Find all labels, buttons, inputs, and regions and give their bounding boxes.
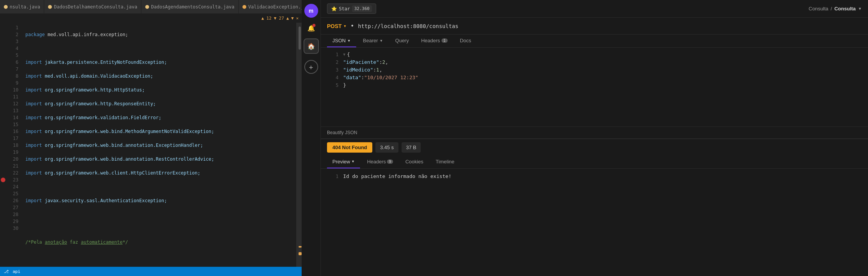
- response-tabs: Preview ▼ Headers 9 Cookies Timeline: [321, 156, 868, 169]
- code-line-6: import org.springframework.http.Response…: [25, 100, 293, 107]
- req-tab-headers[interactable]: Headers 1: [416, 35, 453, 47]
- json-editor[interactable]: 1 ▼ { 2 "idPaciente" : 2 , 3: [321, 48, 868, 126]
- code-line-1: package med.voll.api.infra.exception;: [25, 31, 293, 38]
- toolbar-close[interactable]: ✕: [296, 16, 299, 21]
- json-line-5: 5 }: [327, 81, 862, 89]
- code-line-5: import org.springframework.http.HttpStat…: [25, 86, 293, 93]
- preview-dropdown-arrow: ▼: [351, 160, 355, 163]
- json-dropdown-arrow: ▼: [347, 39, 351, 43]
- tab-icon-validacao: [242, 5, 246, 9]
- code-line-18: @RestControllerAdvice: [25, 266, 293, 267]
- code-line-13: import javax.security.sasl.Authenticatio…: [25, 197, 293, 204]
- notification-dot: [312, 24, 315, 27]
- bp-line-23: [0, 176, 6, 183]
- resp-tab-preview[interactable]: Preview ▼: [327, 156, 360, 168]
- status-404-badge: 404 Not Found: [327, 142, 372, 153]
- response-size: 37 B: [402, 142, 421, 153]
- method-dropdown-arrow: ▼: [343, 24, 347, 28]
- response-section: Preview ▼ Headers 9 Cookies Timeline: [321, 156, 868, 276]
- api-content: ⭐ Star 32.360 Consulta / Consulta ▼: [321, 0, 868, 276]
- add-button[interactable]: +: [304, 60, 318, 74]
- code-area: 12345 678910 1112131415 1617181920 21222…: [0, 23, 302, 267]
- code-line-14: [25, 211, 293, 218]
- api-header-right: Consulta / Consulta ▼: [809, 6, 862, 12]
- method-badge[interactable]: POST ▼: [327, 23, 347, 29]
- code-line-15: [25, 225, 293, 232]
- response-status-bar: 404 Not Found 3.45 s 37 B: [321, 139, 868, 156]
- tab-dados-agendamentos[interactable]: DadosAgendamentosConsulta.java: [141, 0, 239, 13]
- api-layout: m 🔔 🏠 + ⭐ Star 32.360: [302, 0, 868, 276]
- resp-tab-timeline[interactable]: Timeline: [430, 156, 460, 168]
- tab-dados-detalhamento[interactable]: DadosDetalhamentoConsulta.java: [44, 0, 141, 13]
- api-header: ⭐ Star 32.360 Consulta / Consulta ▼: [321, 0, 868, 18]
- code-line-16: /*Pela anotação faz automaticamente*/: [25, 239, 293, 246]
- tab-validacao[interactable]: ValidacaoException.java: [239, 0, 302, 13]
- breakpoint-indicator: [0, 23, 6, 267]
- code-line-17: [25, 253, 293, 259]
- req-tab-query[interactable]: Query: [390, 35, 414, 47]
- toolbar-arrow-down[interactable]: ▼: [291, 16, 294, 21]
- beautify-button[interactable]: Beautify JSON: [327, 130, 357, 135]
- resp-tab-cookies[interactable]: Cookies: [400, 156, 429, 168]
- line-numbers: 12345 678910 1112131415 1617181920 21222…: [6, 23, 22, 267]
- url-display: •: [350, 22, 354, 30]
- request-url[interactable]: http://localhost:8080/consultas: [358, 23, 458, 29]
- resp-headers-badge: 9: [387, 160, 393, 164]
- json-line-3: 3 "idMedico" : 1 ,: [327, 66, 862, 74]
- req-tab-json[interactable]: JSON ▼: [327, 35, 356, 47]
- request-response-area: POST ▼ • http://localhost:8080/consultas…: [321, 18, 868, 276]
- add-icon: +: [309, 63, 313, 71]
- collapse-arrow[interactable]: ▼: [343, 51, 345, 58]
- response-body: 1 Id do paciente informado não existe!: [321, 169, 868, 276]
- tab-nsulta[interactable]: nsulta.java: [0, 0, 44, 13]
- breadcrumb-dropdown-arrow[interactable]: ▼: [858, 7, 862, 11]
- json-line-4: 4 "data" : "10/10/2027 12:23": [327, 74, 862, 81]
- editor-panel: nsulta.java DadosDetalhamentoConsulta.ja…: [0, 0, 302, 276]
- breadcrumb-separator: /: [831, 6, 832, 12]
- code-line-11: import org.springframework.web.client.Ht…: [25, 170, 293, 176]
- tab-icon-dados-age: [145, 5, 149, 9]
- status-bar-bottom: ⎇ api: [0, 267, 302, 276]
- code-content[interactable]: package med.voll.api.infra.exception; im…: [22, 23, 296, 267]
- toolbar-arrow-up[interactable]: ▲: [286, 16, 289, 21]
- branch-icon: ⎇: [4, 269, 9, 274]
- editor-scrolltrack[interactable]: [296, 23, 302, 267]
- code-line-12: [25, 183, 293, 190]
- resp-tab-headers[interactable]: Headers 9: [362, 156, 398, 168]
- warning-count: ▲ 12: [261, 16, 272, 21]
- code-line-10: import org.springframework.web.bind.anno…: [25, 156, 293, 163]
- editor-toolbar: ▲ 12 ▼ 27 ▲ ▼ ✕: [0, 13, 302, 23]
- scroll-marker-1: [299, 252, 302, 255]
- api-panel: m 🔔 🏠 + ⭐ Star 32.360: [302, 0, 868, 276]
- json-line-2: 2 "idPaciente" : 2 ,: [327, 58, 862, 66]
- response-time: 3.45 s: [375, 142, 398, 153]
- star-icon: ⭐: [331, 6, 337, 12]
- bearer-dropdown-arrow: ▼: [380, 39, 383, 43]
- code-line-7: import org.springframework.validation.Fi…: [25, 114, 293, 121]
- star-count: 32.360: [352, 5, 372, 12]
- beautify-row: Beautify JSON: [321, 126, 868, 138]
- editor-scrollthumb[interactable]: [299, 27, 301, 50]
- request-tabs: JSON ▼ Bearer ▼ Query Headers 1: [321, 35, 868, 48]
- json-line-1: 1 ▼ {: [327, 51, 862, 58]
- response-text-1: Id do paciente informado não existe!: [343, 173, 451, 180]
- scroll-marker-2: [299, 246, 302, 248]
- breadcrumb-current: Consulta: [834, 6, 856, 12]
- error-count: ▼ 27: [274, 16, 284, 21]
- req-tab-bearer[interactable]: Bearer ▼: [358, 35, 388, 47]
- star-button[interactable]: ⭐ Star 32.360: [327, 3, 376, 14]
- response-line-1: 1 Id do paciente informado não existe!: [327, 173, 862, 180]
- branch-name: api: [13, 269, 20, 274]
- tab-icon-nsulta: [4, 5, 8, 9]
- code-line-4: import med.voll.api.domain.ValidacaoExce…: [25, 73, 293, 80]
- app-logo: m: [304, 4, 318, 18]
- req-tab-docs[interactable]: Docs: [455, 35, 477, 47]
- request-bar: POST ▼ • http://localhost:8080/consultas: [321, 18, 868, 35]
- code-line-2: [25, 45, 293, 52]
- code-line-3: import jakarta.persistence.EntityNotFoun…: [25, 59, 293, 66]
- breakpoint-marker: [1, 178, 5, 182]
- notification-bell-container: 🔔: [305, 22, 317, 34]
- icon-sidebar: m 🔔 🏠 +: [302, 0, 321, 276]
- home-button[interactable]: 🏠: [304, 38, 319, 54]
- breadcrumb-parent: Consulta: [809, 6, 828, 12]
